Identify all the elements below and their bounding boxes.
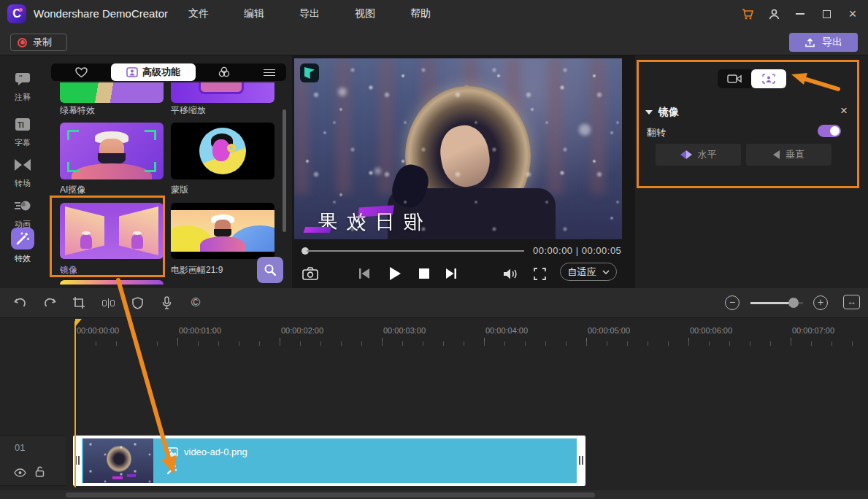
split-button[interactable] — [99, 294, 117, 312]
effect-tile-partial[interactable] — [60, 280, 164, 285]
sidebar-item-effects[interactable]: 特效 — [0, 228, 45, 264]
crop-button[interactable] — [70, 294, 88, 312]
minimize-button[interactable] — [791, 4, 810, 23]
lock-open-icon[interactable] — [35, 466, 45, 477]
palette-icon — [218, 66, 231, 78]
redo-button[interactable] — [41, 294, 58, 312]
zoom-out-button[interactable]: − — [725, 295, 740, 310]
transition-icon — [12, 155, 34, 174]
skip-forward-icon — [445, 268, 457, 279]
clip-name: video-ad-0.png — [184, 446, 247, 457]
ruler-label: 00:00:07:00 — [792, 326, 834, 335]
sidebar-item-captions[interactable]: TI 字幕 — [0, 115, 45, 148]
flip-vertical-button[interactable]: 垂直 — [746, 144, 831, 166]
menu-edit[interactable]: 编辑 — [237, 4, 272, 23]
ruler-label: 00:00:02:00 — [281, 326, 323, 335]
denoise-button[interactable] — [128, 294, 146, 312]
undo-button[interactable] — [12, 294, 29, 312]
horizontal-scrollbar[interactable] — [0, 490, 868, 499]
next-frame-button[interactable] — [442, 264, 461, 283]
menu-file[interactable]: 文件 — [181, 4, 216, 23]
volume-button[interactable] — [501, 264, 520, 283]
record-button[interactable]: 录制 — [10, 34, 67, 51]
fit-mode-dropdown[interactable]: 自适应 — [560, 263, 617, 281]
sidebar-item-transitions[interactable]: 转场 — [0, 155, 45, 189]
video-canvas[interactable]: 假日效果 — [294, 58, 622, 239]
effect-tile-mask[interactable] — [171, 123, 274, 179]
effect-tile-panzoom[interactable] — [171, 82, 274, 103]
export-button[interactable]: 导出 — [789, 33, 858, 52]
cart-icon[interactable] — [738, 4, 757, 23]
stop-button[interactable] — [415, 264, 434, 283]
eye-icon[interactable] — [14, 468, 26, 477]
track-header: 01 — [0, 436, 66, 486]
collapse-triangle-icon — [645, 110, 653, 115]
effects-scrollbar[interactable] — [283, 109, 286, 232]
menu-help[interactable]: 帮助 — [403, 4, 438, 23]
ruler-label: 00:00:00:00 — [77, 326, 119, 335]
tab-favorites[interactable] — [51, 63, 111, 81]
playback-controls: 自适应 — [292, 261, 635, 286]
menu-view[interactable]: 视图 — [347, 4, 383, 23]
fit-timeline-button[interactable]: ↔ — [843, 295, 860, 309]
maximize-button[interactable] — [817, 4, 836, 23]
flip-horizontal-button[interactable]: 水平 — [656, 144, 741, 166]
magic-wand-icon — [11, 228, 34, 250]
effect-tile-cinema-219[interactable] — [171, 203, 274, 259]
sidebar-item-animation[interactable]: 动画 — [0, 196, 45, 230]
time-display: 00:00:00 | 00:00:05 — [533, 245, 621, 256]
effect-tile-greenscreen[interactable] — [60, 82, 164, 103]
timeline-zoom-slider[interactable] — [750, 302, 803, 304]
effect-label: AI抠像 — [60, 184, 85, 196]
timeline-ruler[interactable]: 00:00:00:00 00:00:01:00 00:00:02:00 00:0… — [0, 317, 868, 349]
mirror-highlight-box — [50, 196, 165, 277]
scrollbar-thumb[interactable] — [66, 492, 595, 498]
user-icon[interactable] — [764, 4, 783, 23]
crop-icon — [72, 296, 85, 309]
properties-panel: 镜像 × 翻转 水平 垂直 — [635, 55, 868, 288]
left-sidebar: '' 注释 TI 字幕 转场 动画 特效 — [0, 55, 45, 288]
svg-text:TI: TI — [18, 121, 24, 129]
timeline-clip[interactable]: video-ad-0.png — [73, 436, 585, 486]
snapshot-button[interactable] — [301, 264, 320, 283]
progress-track[interactable] — [307, 250, 524, 252]
ruler-label: 00:00:06:00 — [690, 326, 732, 335]
effect-label: 电影画幅21:9 — [171, 264, 223, 276]
comment-icon: '' — [12, 69, 34, 88]
tab-color[interactable] — [196, 63, 253, 81]
app-title: Wondershare DemoCreator — [34, 0, 168, 28]
tab-advanced-features[interactable]: 高级功能 — [111, 63, 196, 81]
menu-list-icon[interactable] — [253, 63, 286, 81]
subtitle-icon: TI — [12, 115, 34, 134]
flip-toggle[interactable] — [818, 125, 841, 137]
title-bar: C Wondershare DemoCreator 文件 编辑 导出 视图 帮助… — [0, 0, 868, 28]
close-button[interactable]: × — [843, 4, 862, 23]
camera-icon — [302, 267, 318, 280]
app-logo-icon: C — [7, 4, 26, 23]
search-button[interactable] — [257, 257, 283, 283]
portrait-tab-active[interactable] — [751, 69, 786, 88]
playhead[interactable] — [74, 321, 76, 487]
effect-tile-ai-matting[interactable] — [60, 123, 164, 179]
effects-panel: 高级功能 绿幕特效 平移缩放 AI抠像 蒙版 镜像 — [45, 55, 292, 288]
clip-type-switch — [718, 69, 786, 88]
remove-effect-button[interactable]: × — [837, 104, 851, 118]
copyright-icon: © — [191, 295, 201, 310]
voiceover-button[interactable] — [158, 294, 175, 312]
previous-frame-button[interactable] — [355, 264, 374, 283]
mirror-section-header[interactable]: 镜像 — [645, 106, 679, 119]
sidebar-item-annotation[interactable]: '' 注释 — [0, 69, 45, 103]
zoom-slider-handle[interactable] — [788, 298, 799, 308]
zoom-in-button[interactable]: + — [813, 295, 828, 310]
portrait-frame-icon — [762, 74, 775, 84]
clip-effect-wand-icon — [166, 464, 177, 478]
clip-trim-handle-right[interactable] — [578, 454, 584, 466]
clip-name-row: video-ad-0.png — [166, 446, 247, 457]
copyright-button[interactable]: © — [187, 294, 204, 312]
fullscreen-button[interactable] — [530, 264, 549, 283]
effect-label: 蒙版 — [171, 184, 188, 196]
play-button[interactable] — [385, 264, 404, 283]
video-tab[interactable] — [718, 69, 751, 88]
menu-export[interactable]: 导出 — [292, 4, 327, 23]
image-file-icon — [166, 447, 178, 457]
